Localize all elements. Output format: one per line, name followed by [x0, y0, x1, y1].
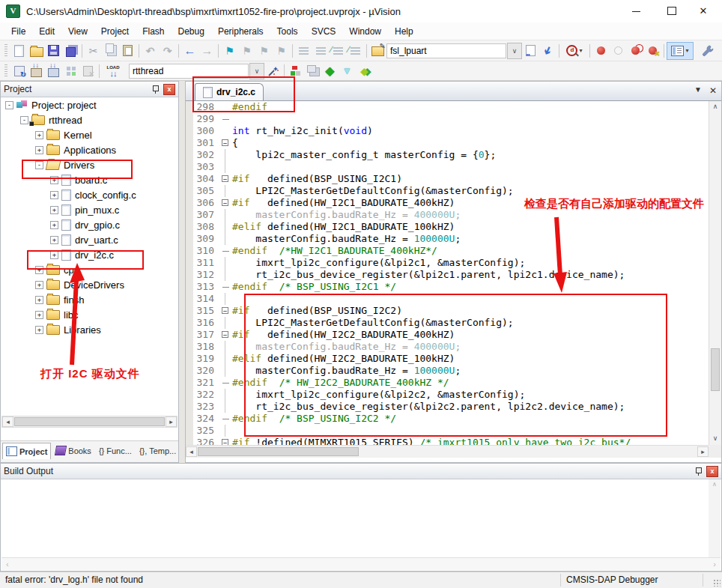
code-line-311[interactable]: 311 imxrt_lpi2c_configure(&lpi2c1, &mast…: [186, 257, 709, 269]
tree-expander[interactable]: +: [35, 146, 43, 154]
window-layout-button[interactable]: ▾: [667, 42, 694, 60]
project-tree-hscrollbar[interactable]: ◂ ▸: [1, 416, 178, 428]
tree-expander[interactable]: +: [35, 281, 43, 289]
build-output-content[interactable]: [1, 479, 709, 557]
fold-marker[interactable]: [220, 437, 232, 445]
tree-item-pin-mux-c[interactable]: +pin_mux.c: [1, 202, 178, 217]
code-line-323[interactable]: 323 rt_i2c_bus_device_register(&lpi2c2.p…: [186, 401, 709, 413]
download-button[interactable]: LOAD ↓↓: [102, 63, 124, 79]
next-bookmark-button[interactable]: [255, 43, 273, 59]
editor-hscrollbar[interactable]: ◂ ▸: [186, 445, 709, 458]
enable-disable-breakpoint-button[interactable]: [610, 43, 627, 59]
scroll-left-arrow[interactable]: ‹: [6, 560, 9, 569]
resize-grip[interactable]: [713, 579, 721, 587]
scrollbar-thumb[interactable]: [14, 417, 165, 426]
tree-expander[interactable]: +: [35, 266, 43, 274]
menu-help[interactable]: Help: [388, 24, 420, 39]
panel-tab-func[interactable]: {} Func...: [96, 443, 135, 458]
code-line-322[interactable]: 322 imxrt_lpi2c_configure(&lpi2c2, &mast…: [186, 389, 709, 401]
find-dialog-button[interactable]: ▾: [562, 43, 587, 59]
comment-button[interactable]: [330, 43, 347, 59]
save-all-button[interactable]: [62, 43, 79, 59]
new-file-button[interactable]: [10, 43, 28, 59]
rebuild-button[interactable]: [45, 63, 62, 79]
code-line-308[interactable]: 308#elif defined(HW_I2C1_BADURATE_100kHZ…: [186, 221, 709, 233]
target-select-input[interactable]: [129, 64, 249, 79]
options-for-target-button[interactable]: [264, 63, 282, 79]
code-line-298[interactable]: 298#endif: [186, 101, 709, 113]
maximize-button[interactable]: [661, 0, 683, 22]
scroll-left-arrow[interactable]: ◂: [2, 416, 13, 427]
scroll-right-arrow[interactable]: ▸: [697, 446, 709, 457]
code-line-320[interactable]: 320 masterConfig.baudRate_Hz = 100000U;: [186, 365, 709, 377]
tree-item-drv-uart-c[interactable]: +drv_uart.c: [1, 232, 178, 247]
code-line-319[interactable]: 319#elif defined(HW_I2C2_BADURATE_100kHZ…: [186, 353, 709, 365]
tree-expander[interactable]: +: [50, 236, 58, 244]
clear-bookmarks-button[interactable]: [273, 43, 290, 59]
scroll-right-arrow[interactable]: ›: [713, 560, 716, 569]
tree-expander[interactable]: -: [5, 101, 13, 109]
search-dropdown-button[interactable]: ∨: [507, 43, 522, 59]
scroll-up-arrow[interactable]: ∧: [709, 101, 721, 113]
scroll-right-arrow[interactable]: ▸: [166, 416, 177, 427]
kill-all-breakpoints-button[interactable]: [644, 43, 661, 59]
code-line-307[interactable]: 307 masterConfig.baudRate_Hz = 400000U;: [186, 209, 709, 221]
fold-marker[interactable]: [220, 305, 232, 317]
code-line-301[interactable]: 301{: [186, 137, 709, 149]
editor-tab-drv-i2c-c[interactable]: drv_i2c.c: [195, 83, 264, 100]
uncomment-button[interactable]: [347, 43, 364, 59]
indent-button[interactable]: [295, 43, 312, 59]
code-line-325[interactable]: 325: [186, 425, 709, 437]
menu-debug[interactable]: Debug: [172, 24, 211, 39]
tree-expander[interactable]: +: [35, 296, 43, 304]
tree-expander[interactable]: +: [50, 221, 58, 229]
code-line-299[interactable]: 299: [186, 113, 709, 125]
fold-marker[interactable]: [220, 137, 232, 149]
cut-button[interactable]: [85, 43, 102, 59]
editor-vscrollbar[interactable]: ∧ ∨: [709, 101, 721, 445]
tree-item-drv-i2c-c[interactable]: +drv_i2c.c: [1, 247, 178, 262]
code-line-321[interactable]: 321#endif /* HW_I2C2_BADURATE_400kHZ */: [186, 377, 709, 389]
pin-icon[interactable]: [695, 467, 702, 476]
undo-button[interactable]: [142, 43, 159, 59]
navigate-back-button[interactable]: [181, 43, 198, 59]
code-line-304[interactable]: 304#if defined(BSP_USING_I2C1): [186, 173, 709, 185]
code-line-314[interactable]: 314: [186, 293, 709, 305]
tree-item-rtthread[interactable]: -rtthread: [1, 112, 178, 127]
prev-bookmark-button[interactable]: [238, 43, 255, 59]
menu-view[interactable]: View: [61, 24, 94, 39]
toolbar-grip[interactable]: [4, 64, 7, 78]
build-output-close-button[interactable]: [706, 466, 718, 477]
close-document-button[interactable]: ✕: [709, 85, 717, 96]
paste-button[interactable]: [119, 43, 136, 59]
pack-installer-button[interactable]: [356, 63, 373, 79]
save-button[interactable]: [45, 43, 62, 59]
search-input[interactable]: [386, 43, 506, 58]
stop-build-button[interactable]: [79, 63, 97, 79]
tree-expander[interactable]: -: [35, 161, 43, 169]
menu-flash[interactable]: Flash: [136, 24, 171, 39]
panel-tab-project[interactable]: Project: [2, 443, 51, 459]
tree-item-finsh[interactable]: +finsh: [1, 292, 178, 307]
batch-build-button[interactable]: [62, 63, 79, 79]
code-line-309[interactable]: 309 masterConfig.baudRate_Hz = 100000U;: [186, 233, 709, 245]
tree-item-cpu[interactable]: +cpu: [1, 262, 178, 277]
build-button[interactable]: [28, 63, 45, 79]
tree-item-board-c[interactable]: +board.c: [1, 172, 178, 187]
scroll-left-arrow[interactable]: ◂: [186, 446, 197, 457]
code-line-310[interactable]: 310#endif /*HW_I2C1_BADURATE_400kHZ*/: [186, 245, 709, 257]
configure-button[interactable]: [699, 43, 716, 59]
code-line-313[interactable]: 313#endif /* BSP_USING_I2C1 */: [186, 281, 709, 293]
tree-expander[interactable]: +: [35, 326, 43, 334]
panel-tab-books[interactable]: Books: [52, 443, 94, 458]
code-line-312[interactable]: 312 rt_i2c_bus_device_register(&lpi2c1.p…: [186, 269, 709, 281]
tree-item-clock-config-c[interactable]: +clock_config.c: [1, 187, 178, 202]
code-line-300[interactable]: 300int rt_hw_i2c_init(void): [186, 125, 709, 137]
menu-project[interactable]: Project: [94, 24, 136, 39]
pin-icon[interactable]: [152, 85, 159, 94]
tree-expander[interactable]: +: [35, 311, 43, 319]
tree-item-applications[interactable]: +Applications: [1, 142, 178, 157]
select-software-packs-button[interactable]: [339, 63, 356, 79]
toolbar-grip[interactable]: [4, 44, 7, 58]
project-panel-close-button[interactable]: [163, 84, 175, 95]
